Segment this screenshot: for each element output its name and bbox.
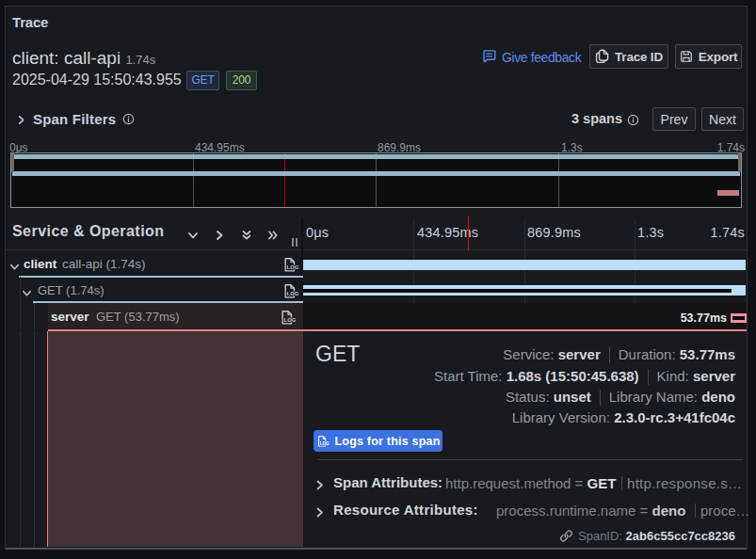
svg-text:LOG: LOG <box>287 264 299 270</box>
svg-text:LOG: LOG <box>284 317 297 323</box>
svg-text:LOG: LOG <box>319 440 329 445</box>
svg-text:LOG: LOG <box>287 291 299 296</box>
